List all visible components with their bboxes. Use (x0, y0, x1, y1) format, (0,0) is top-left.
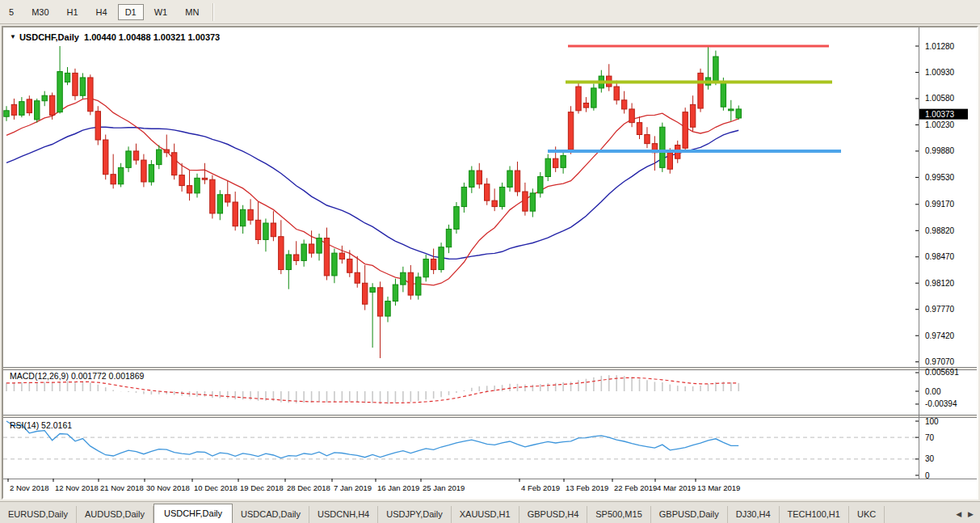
symbol-tab-tech100-h1[interactable]: TECH100,H1 (780, 506, 849, 523)
timeframe-button-h1[interactable]: H1 (60, 4, 86, 20)
timeframe-button-m30[interactable]: M30 (24, 4, 56, 20)
price-axis-label: 0.98820 (925, 226, 955, 235)
chart-window: 1.012801.009301.005801.002300.998800.995… (2, 26, 978, 500)
price-axis-label: 0.99170 (925, 200, 955, 209)
rsi-axis-label: 70 (925, 433, 935, 442)
symbol-tab-xauusd-h1[interactable]: XAUUSD,H1 (452, 506, 519, 523)
date-axis-label: 13 Mar 2019 (697, 483, 740, 492)
candle-body (294, 255, 299, 260)
price-axis-label: 0.97420 (925, 331, 955, 340)
chart-title: ▼USDCHF,Daily 1.00440 1.00488 1.00321 1.… (10, 32, 220, 42)
candle-body (19, 102, 24, 116)
candle-body (149, 165, 154, 182)
candle-body (637, 123, 641, 135)
candle-body (523, 192, 528, 211)
candle-body (95, 112, 100, 140)
candle-body (324, 238, 329, 276)
candle-body (614, 86, 619, 100)
timeframe-button-h4[interactable]: H4 (89, 4, 115, 20)
candle-body (385, 302, 390, 317)
date-axis-label: 7 Jan 2019 (334, 483, 372, 492)
collapse-triangle-icon[interactable]: ▼ (10, 33, 16, 40)
timeframe-button-d1[interactable]: D1 (118, 4, 144, 20)
candle-body (240, 209, 245, 226)
rsi-axis-label: 0 (925, 471, 930, 480)
date-axis-label: 10 Dec 2018 (194, 483, 238, 492)
candle-body (683, 112, 688, 149)
candle-body (576, 86, 581, 111)
tab-scroll-left-icon[interactable]: ◀ (953, 508, 965, 520)
candle-body (370, 288, 375, 293)
candle-body (469, 171, 474, 187)
price-axis-label: 1.01280 (925, 42, 955, 51)
symbol-tab-sp500-m15[interactable]: SP500,M15 (587, 506, 650, 523)
candle-body (591, 88, 596, 108)
candle-body (721, 82, 726, 108)
price-axis-label: 0.97770 (925, 305, 955, 314)
symbol-tab-audusd-daily[interactable]: AUDUSD,Daily (77, 506, 154, 523)
candle-body (103, 140, 108, 175)
price-axis-label: 0.97070 (925, 357, 955, 366)
chart-ohlc-values: 1.00440 1.00488 1.00321 1.00373 (84, 32, 220, 42)
macd-axis-label: -0.00394 (925, 399, 957, 408)
candle-body (80, 78, 85, 95)
timeframe-button-mn[interactable]: MN (178, 4, 206, 20)
chart-background (3, 27, 977, 498)
candle-body (583, 103, 588, 108)
candle-body (713, 57, 718, 82)
timeframe-button-w1[interactable]: W1 (147, 4, 175, 20)
price-axis-label: 0.98470 (925, 252, 955, 261)
candle-body (660, 127, 665, 167)
timeframe-button-5[interactable]: 5 (2, 4, 21, 20)
candle-body (57, 72, 62, 112)
tab-scroll-right-icon[interactable]: ▶ (965, 508, 977, 520)
candle-body (431, 259, 435, 270)
date-axis-label: 4 Feb 2019 (521, 483, 560, 492)
candle-body (309, 244, 313, 253)
date-axis-label: 12 Nov 2018 (55, 483, 99, 492)
candle-body (347, 259, 352, 273)
candle-body (553, 158, 557, 167)
price-axis-label: 1.00580 (925, 94, 955, 103)
symbol-tab-dj30-h4[interactable]: DJ30,H4 (728, 506, 780, 523)
candle-body (423, 259, 428, 277)
candle-body (157, 150, 162, 165)
candle-body (126, 151, 131, 167)
rsi-value: 52.0161 (41, 420, 72, 430)
date-axis-label: 4 Mar 2019 (657, 483, 696, 492)
macd-indicator-label: MACD(12,26,9) 0.001772 0.001869 (10, 371, 144, 381)
candle-body (49, 95, 54, 115)
price-axis-label: 0.99880 (925, 146, 955, 155)
candle-body (4, 111, 9, 116)
candle-body (461, 187, 466, 206)
candle-body (263, 223, 268, 239)
symbol-tab-usdjpy-daily[interactable]: USDJPY,Daily (378, 506, 452, 523)
rsi-axis-label: 100 (925, 417, 939, 426)
toolbar-separator (212, 3, 214, 21)
candle-body (65, 73, 69, 82)
symbol-tab-eurusd-daily[interactable]: EURUSD,Daily (0, 506, 77, 523)
symbol-tab-usdcnh-h4[interactable]: USDCNH,H4 (309, 506, 378, 523)
candle-body (248, 209, 253, 220)
symbol-tab-gbpusd-h4[interactable]: GBPUSD,H4 (519, 506, 588, 523)
candle-body (171, 153, 176, 175)
chart-area[interactable]: 1.012801.009301.005801.002300.998800.995… (3, 27, 977, 498)
symbol-tab-gbpusd-daily[interactable]: GBPUSD,Daily (651, 506, 728, 523)
symbol-tab-usdcad-daily[interactable]: USDCAD,Daily (233, 506, 309, 523)
candle-body (35, 101, 40, 120)
symbol-tab-usdchf-daily[interactable]: USDCHF,Daily (154, 504, 233, 523)
candle-body (690, 104, 695, 127)
candle-body (492, 200, 497, 206)
date-axis-label: 2 Nov 2018 (10, 483, 49, 492)
symbol-tab-ukc[interactable]: UKC (849, 506, 885, 523)
date-axis-label: 22 Feb 2019 (614, 483, 657, 492)
candle-body (393, 285, 397, 301)
candle-body (141, 160, 146, 182)
candle-body (118, 167, 123, 183)
candle-body (255, 220, 260, 239)
candle-body (210, 179, 215, 213)
date-axis-label: 25 Jan 2019 (423, 483, 465, 492)
candle-body (377, 288, 382, 316)
candle-body (225, 195, 230, 202)
candle-body (629, 109, 634, 123)
